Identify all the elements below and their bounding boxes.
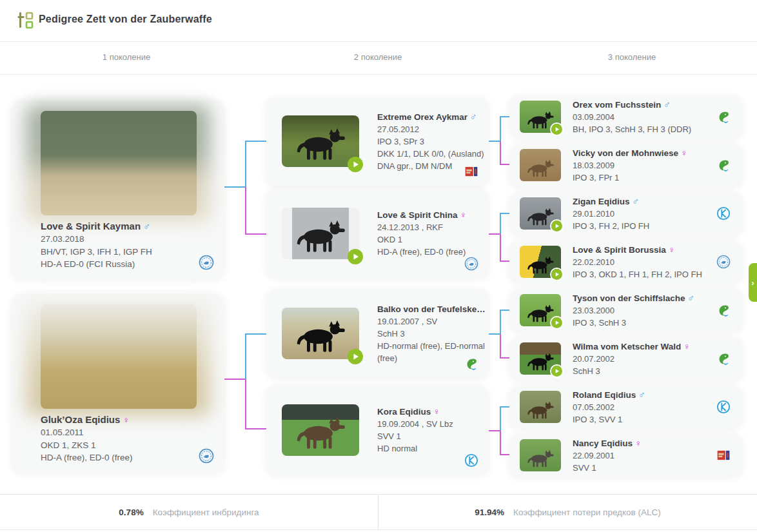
dog-photo[interactable] — [520, 101, 561, 133]
dog-card-kora-eqidius[interactable]: Kora Eqidius ♀ 19.09.2004 , SV Lbz SVV 1… — [266, 386, 489, 475]
footer-stats: 0.78% Коэффициент инбридинга 91.94% Коэф… — [0, 494, 757, 530]
dog-card-love-spirit-kayman[interactable]: Love & Spirit Kayman ♂ 27.03.2018 BH/VT,… — [12, 100, 224, 279]
play-video-button[interactable] — [348, 249, 363, 264]
play-video-button[interactable] — [550, 364, 564, 378]
dog-birthdate: 01.05.2011 — [41, 426, 208, 439]
pedigree-connector — [224, 379, 246, 380]
skj-icon — [716, 400, 731, 414]
pedigree-connector — [500, 261, 509, 262]
sex-symbol: ♀ — [683, 341, 691, 351]
pedigree-connector — [500, 310, 509, 311]
sex-symbol: ♂ — [687, 293, 694, 303]
play-video-button[interactable] — [348, 157, 363, 172]
dog-card-love-spirit-china[interactable]: Love & Spirit China ♀ 24.12.2013 , RKF O… — [266, 189, 489, 278]
dog-photo[interactable] — [520, 439, 561, 471]
tab-generation-1[interactable]: 1 поколение — [103, 52, 150, 62]
play-video-button[interactable] — [348, 349, 363, 364]
pedigree-connector — [245, 141, 266, 142]
pedigree-connector — [245, 187, 246, 235]
dog-card-orex-vom-fuchsstein[interactable]: Orex vom Fuchsstein ♂ 03.09.2004 BH, IPO… — [509, 95, 743, 138]
dog-name: Love & Spirit Kayman — [41, 221, 141, 232]
photo-background — [41, 111, 197, 215]
dog-photo[interactable] — [520, 391, 561, 423]
dog-photo[interactable] — [520, 294, 561, 326]
dog-titles: SVV 1 — [573, 462, 718, 474]
dog-titles: IPO 3, OKD 1, FH 1, FH 2, IPO FH — [573, 268, 718, 281]
dog-birthdate: 19.01.2007 , SV — [377, 315, 488, 328]
dog-name: Love & Spirit China — [377, 210, 458, 220]
dog-card-glukoza-eqidius[interactable]: Gluk’Oza Eqidius ♀ 01.05.2011 OKD 1, ZKS… — [12, 293, 224, 473]
dog-card-vicky-von-der-mohnwiese[interactable]: Vicky von der Mohnwiese ♀ 18.03.2009 IPO… — [509, 144, 743, 186]
dog-card-tyson-von-der-schiffslache[interactable]: Tyson von der Schiffslache ♂ 23.03.2000 … — [509, 289, 743, 331]
sv-icon — [716, 351, 731, 366]
sex-symbol: ♀ — [635, 438, 642, 448]
dog-name: Kora Eqidius — [377, 407, 431, 417]
sex-symbol: ♀ — [433, 406, 440, 417]
dog-card-zigan-eqidius[interactable]: Zigan Eqidius ♂ 29.01.2010 IPO 3, FH 2, … — [509, 192, 743, 235]
page-title: Pedigree Zett von der Zauberwaffe — [39, 14, 212, 25]
sex-symbol: ♂ — [638, 389, 645, 400]
dog-card-extreme-orex-aykmar[interactable]: Extreme Orex Aykmar ♂ 27.05.2012 IPO 3, … — [266, 97, 489, 186]
dog-card-love-spirit-borussia[interactable]: Love & Spirit Borussia ♀ 22.02.2010 IPO … — [509, 241, 743, 283]
pedigree-connector — [245, 428, 266, 429]
dog-card-nancy-eqidius[interactable]: Nancy Eqidius ♀ 22.09.2001 SVV 1 — [509, 434, 743, 477]
dog-photo[interactable] — [520, 246, 561, 278]
sex-symbol: ♀ — [123, 415, 130, 425]
dog-card-balko-von-der-teufelskehle[interactable]: Balko von der Teufelske… 19.01.2007 , SV… — [266, 289, 489, 378]
pedigree-connector — [500, 234, 501, 261]
pedigree-connector — [500, 116, 501, 141]
dog-photo[interactable] — [520, 342, 561, 375]
dog-birthdate: 19.09.2004 , SV Lbz — [377, 418, 488, 430]
dog-silhouette — [293, 319, 348, 355]
dog-health: HD-A (free), ED-0 (free) — [41, 451, 208, 464]
expand-side-panel-button[interactable]: › — [749, 263, 757, 302]
dog-photo[interactable] — [282, 404, 359, 456]
dog-birthdate: 29.01.2010 — [573, 208, 718, 220]
sex-symbol: ♀ — [681, 148, 688, 158]
play-video-button[interactable] — [550, 316, 564, 330]
pedigree-connector — [500, 310, 501, 334]
sv-icon — [716, 303, 731, 317]
play-video-button[interactable] — [550, 219, 564, 233]
tab-generation-3[interactable]: 3 поколение — [608, 52, 656, 62]
dog-birthdate: 23.03.2000 — [573, 304, 718, 317]
pedigree-connector — [500, 213, 501, 234]
tab-generation-2[interactable]: 2 поколение — [354, 52, 402, 62]
dog-name: Nancy Eqidius — [573, 438, 633, 448]
dog-birthdate: 27.05.2012 — [377, 123, 488, 135]
dog-titles: SVV 1 — [377, 430, 488, 442]
dog-birthdate: 18.03.2009 — [573, 159, 718, 172]
dog-titles: IPO 3, FH 2, IPO FH — [573, 220, 718, 232]
skj-icon — [464, 453, 478, 468]
pedigree-connector — [245, 233, 266, 235]
dog-birthdate: 07.05.2002 — [573, 401, 718, 413]
dog-titles: BH/VT, IGP 3, IFH 1, IGP FH — [41, 246, 208, 259]
dog-photo[interactable] — [41, 304, 197, 409]
dog-birthdate: 24.12.2013 , RKF — [377, 221, 488, 233]
dog-titles: IPO 3, FPr 1 — [573, 172, 718, 184]
dog-photo[interactable] — [41, 111, 197, 215]
dog-photo[interactable] — [520, 197, 561, 230]
dog-card-roland-eqidius[interactable]: Roland Eqidius ♂ 07.05.2002 IPO 3, SVV 1 — [509, 386, 743, 428]
app-logo-icon[interactable] — [17, 10, 34, 31]
dog-silhouette — [293, 126, 348, 163]
flag-icon — [464, 164, 478, 179]
pedigree-connector — [245, 333, 246, 379]
dog-photo[interactable] — [520, 149, 561, 181]
inbreeding-value: 0.78% — [119, 507, 143, 517]
dog-birthdate: 27.03.2018 — [41, 233, 208, 246]
pedigree-connector — [245, 379, 246, 429]
dog-photo[interactable] — [282, 208, 359, 259]
dog-silhouette — [293, 415, 348, 451]
play-video-button[interactable] — [550, 268, 564, 281]
dog-card-wilma-vom-ketscher-wald[interactable]: Wilma vom Ketscher Wald ♀ 20.07.2002 Sch… — [509, 337, 743, 380]
pedigree-page: Pedigree Zett von der Zauberwaffe 1 поко… — [0, 0, 757, 532]
dog-photo[interactable] — [282, 115, 359, 167]
inbreeding-coefficient: 0.78% Коэффициент инбридинга — [0, 495, 378, 529]
dog-photo[interactable] — [282, 308, 359, 359]
play-video-button[interactable] — [550, 123, 564, 136]
pedigree-connector — [500, 357, 509, 359]
sv-icon — [716, 158, 731, 172]
chevron-right-icon: › — [751, 279, 754, 287]
sex-symbol: ♂ — [664, 99, 671, 110]
